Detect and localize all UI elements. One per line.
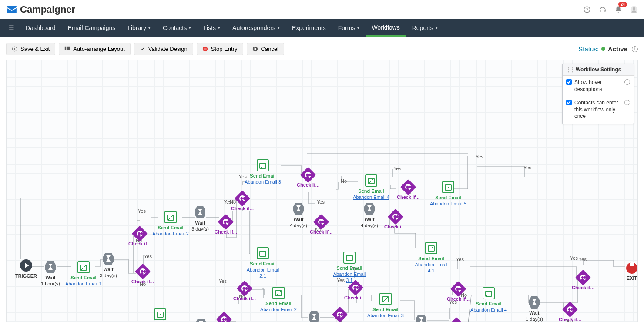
node-chkO[interactable]: Check if... <box>550 304 590 322</box>
wait-icon <box>45 261 56 273</box>
node-chkP[interactable]: Check if... <box>564 272 603 291</box>
info-icon[interactable]: i <box>624 79 630 85</box>
hamburger-icon[interactable]: ☰ <box>3 24 20 31</box>
cancel-button[interactable]: Cancel <box>247 43 284 55</box>
wait-icon <box>309 311 319 322</box>
email-link[interactable]: Abandon Email 4.1 <box>412 262 451 274</box>
email-link[interactable]: Abandon Email 4 <box>469 307 508 313</box>
node-e41[interactable]: Send EmailAbandon Email 4.1 <box>412 242 451 274</box>
node-w1b[interactable]: Wait1 day(s) <box>515 296 554 322</box>
svg-text:Yes: Yes <box>579 257 587 262</box>
svg-rect-6 <box>67 47 68 48</box>
check-icon <box>218 214 234 230</box>
node-e2b[interactable]: Send EmailAbandon Email 2 <box>259 287 298 313</box>
email-icon <box>379 293 392 305</box>
email-link[interactable]: Abandon Email 4 <box>352 195 391 201</box>
nav-workflows[interactable]: Workflows <box>366 19 406 37</box>
stop-entry-button[interactable]: Stop Entry <box>197 43 243 55</box>
node-w3a[interactable]: Wait3 day(s) <box>89 253 128 279</box>
hover-desc-checkbox[interactable] <box>566 79 572 85</box>
node-chkA[interactable]: Check if... <box>123 266 162 285</box>
email-icon <box>164 211 177 223</box>
node-e4[interactable]: Send EmailAbandon Email 4 <box>352 174 391 201</box>
node-chkI[interactable]: Check if... <box>320 309 359 322</box>
check-icon <box>237 281 253 297</box>
node-exit[interactable]: EXIT <box>612 259 638 282</box>
wait-icon <box>293 203 304 215</box>
node-e5[interactable]: Send EmailAbandon Email 5 <box>429 181 468 207</box>
panel-title: Workflow Settings <box>563 64 634 76</box>
email-icon <box>154 308 166 320</box>
wait-icon <box>364 203 375 215</box>
info-icon[interactable]: i <box>624 100 630 105</box>
enter-once-checkbox[interactable] <box>566 100 572 105</box>
email-link[interactable]: Abandon Email 2 <box>259 307 298 313</box>
email-link[interactable]: Abandon Email 1 <box>64 281 103 287</box>
nav-experiments[interactable]: Experiments <box>286 19 332 37</box>
nav-autoresponders[interactable]: Autoresponders▾ <box>226 19 286 37</box>
email-link[interactable]: Abandon Email 5 <box>429 201 468 207</box>
headset-icon[interactable] <box>599 6 607 13</box>
node-chkF[interactable]: Check if... <box>205 314 244 322</box>
exit-icon <box>626 262 637 274</box>
node-chkM[interactable]: Check if... <box>437 319 476 322</box>
node-chkC[interactable]: Check if... <box>206 216 245 235</box>
node-chkD[interactable]: Check if... <box>223 193 262 212</box>
email-icon <box>365 174 377 187</box>
nav-lists[interactable]: Lists▾ <box>197 19 226 37</box>
node-chkG[interactable]: Check if... <box>288 169 328 188</box>
bell-icon[interactable]: 24 <box>614 6 622 13</box>
svg-rect-7 <box>68 47 70 48</box>
check-icon <box>313 214 329 230</box>
nav-email-campaigns[interactable]: Email Campaigns <box>62 19 122 37</box>
save-exit-button[interactable]: Save & Exit <box>6 43 55 55</box>
check-icon <box>132 226 148 242</box>
svg-rect-5 <box>65 47 66 48</box>
check-icon <box>135 264 151 280</box>
workflow-canvas[interactable]: YesNoYesNoYesNoYesNoYesNoYesNoYesYesYesN… <box>6 60 638 322</box>
node-e4b[interactable]: Send EmailAbandon Email 4 <box>469 287 508 313</box>
node-e11[interactable]: Send EmailAbandon Email 1.1 <box>141 308 180 322</box>
check-icon <box>235 191 251 207</box>
node-e3b[interactable]: Send EmailAbandon Email 3 <box>366 293 405 319</box>
help-icon[interactable]: ? <box>583 6 591 13</box>
workflow-settings-panel[interactable]: Workflow Settings Show hover description… <box>562 64 634 124</box>
chevron-down-icon: ▾ <box>278 26 280 30</box>
email-link[interactable]: Abandon Email 3 <box>366 313 405 319</box>
x-circle-icon <box>252 46 258 52</box>
svg-point-3 <box>633 7 635 10</box>
node-e3[interactable]: Send EmailAbandon Email 3 <box>243 159 282 185</box>
brand-text: Campaigner <box>20 4 75 15</box>
chevron-down-icon: ▾ <box>148 26 151 30</box>
info-icon[interactable]: i <box>632 46 638 52</box>
node-chkE[interactable]: Check if... <box>225 283 264 302</box>
nav-forms[interactable]: Forms▾ <box>332 19 366 37</box>
wait-icon <box>195 206 205 218</box>
email-link[interactable]: Abandon Email 3 <box>243 179 282 185</box>
node-w3d[interactable]: Wait3 day(s) <box>402 315 441 322</box>
svg-text:Yes: Yes <box>144 254 152 259</box>
nav-contacts[interactable]: Contacts▾ <box>157 19 197 37</box>
node-e31[interactable]: Send EmailAbandon Email 3.1 <box>330 252 369 283</box>
avatar-icon[interactable] <box>630 6 638 13</box>
notification-badge: 24 <box>618 2 627 7</box>
chevron-down-icon: ▾ <box>357 26 359 30</box>
nav-reports[interactable]: Reports▾ <box>406 19 444 37</box>
brand-logo[interactable]: Campaigner <box>6 4 75 15</box>
node-chkH[interactable]: Check if... <box>302 216 341 235</box>
svg-text:Yes: Yes <box>138 208 146 214</box>
auto-arrange-button[interactable]: Auto-arrange Layout <box>59 43 131 55</box>
email-icon <box>272 287 285 299</box>
nav-dashboard[interactable]: Dashboard <box>20 19 62 37</box>
node-chkK[interactable]: Check if... <box>376 211 415 230</box>
svg-text:Yes: Yes <box>570 255 578 261</box>
validate-button[interactable]: Validate Design <box>134 43 193 55</box>
check-icon <box>300 167 316 183</box>
wait-icon <box>416 315 426 322</box>
nav-library[interactable]: Library▾ <box>121 19 157 37</box>
node-e21[interactable]: Send EmailAbandon Email 2.1 <box>243 247 282 279</box>
email-link[interactable]: Abandon Email 2.1 <box>243 267 282 279</box>
svg-rect-12 <box>204 49 207 50</box>
node-chkL[interactable]: Check if... <box>389 181 428 201</box>
email-icon <box>257 247 269 259</box>
